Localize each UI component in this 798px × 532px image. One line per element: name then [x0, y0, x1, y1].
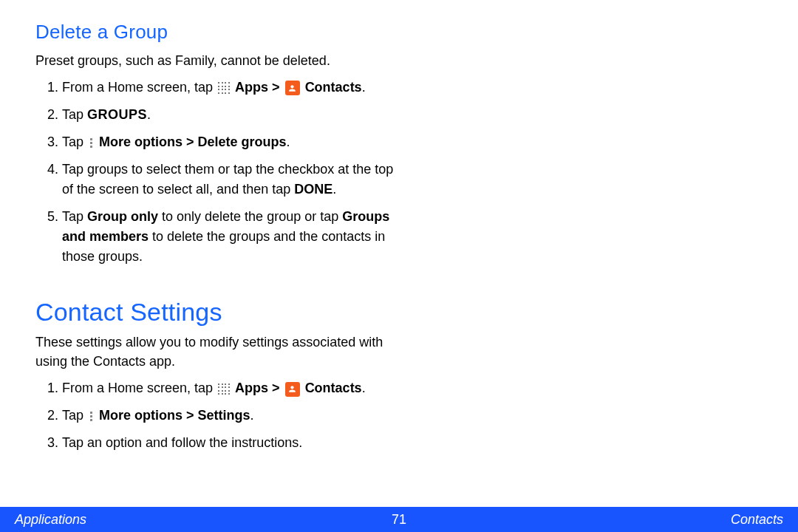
step-3: Tap an option and follow the instruction… [62, 433, 408, 453]
contacts-icon [285, 382, 300, 397]
step-tail: . [362, 381, 366, 395]
more-options-delete: More options > Delete groups [99, 134, 287, 149]
apps-grid-icon [218, 82, 230, 94]
step-tail: . [147, 107, 151, 122]
manual-page: Delete a Group Preset groups, such as Fa… [0, 0, 798, 532]
more-options-settings: More options > Settings [99, 408, 250, 423]
step-1: From a Home screen, tap Apps > Contacts. [62, 378, 408, 398]
step-text: Tap [62, 107, 87, 122]
step-text: Tap [62, 209, 87, 224]
contacts-icon [285, 81, 300, 95]
heading-delete-group: Delete a Group [35, 21, 408, 44]
step-3: Tap More options > Delete groups. [62, 132, 408, 152]
step-mid: to only delete the group or tap [158, 209, 342, 224]
step-4: Tap groups to select them or tap the che… [62, 160, 408, 200]
groups-label: GROUPS [87, 107, 147, 122]
more-options-icon [89, 138, 94, 148]
apps-label: Apps > [235, 80, 284, 95]
done-label: DONE [294, 182, 332, 197]
step-text: Tap groups to select them or tap the che… [62, 162, 393, 197]
footer-right: Contacts [731, 512, 783, 528]
step-tail: . [362, 80, 366, 95]
step-tail: . [287, 134, 290, 149]
contacts-label: Contacts [305, 381, 362, 395]
step-text: From a Home screen, tap [62, 381, 216, 395]
step-2: Tap GROUPS. [62, 105, 408, 125]
intro-contact-settings: These settings allow you to modify setti… [35, 332, 408, 371]
group-only-label: Group only [87, 209, 158, 224]
step-text: Tap [62, 408, 87, 423]
footer-page-number: 71 [392, 512, 406, 528]
apps-grid-icon [218, 383, 230, 395]
body-column: Delete a Group Preset groups, such as Fa… [0, 0, 443, 453]
step-text: Tap [62, 134, 87, 149]
step-tail: . [332, 182, 336, 197]
contacts-label: Contacts [305, 80, 362, 95]
steps-delete-group: From a Home screen, tap Apps > Contacts.… [62, 78, 408, 267]
step-text: Tap an option and follow the instruction… [62, 435, 302, 450]
footer-left: Applications [15, 512, 86, 528]
footer-bar: Applications 71 Contacts [0, 507, 798, 532]
more-options-icon [89, 412, 94, 421]
step-1: From a Home screen, tap Apps > Contacts. [62, 78, 408, 98]
steps-contact-settings: From a Home screen, tap Apps > Contacts.… [62, 378, 408, 453]
step-tail: . [250, 408, 254, 423]
intro-delete-group: Preset groups, such as Family, cannot be… [35, 51, 408, 70]
apps-label: Apps > [235, 381, 284, 395]
step-text: From a Home screen, tap [62, 80, 216, 95]
step-2: Tap More options > Settings. [62, 406, 408, 426]
heading-contact-settings: Contact Settings [35, 298, 408, 327]
step-5: Tap Group only to only delete the group … [62, 207, 408, 267]
